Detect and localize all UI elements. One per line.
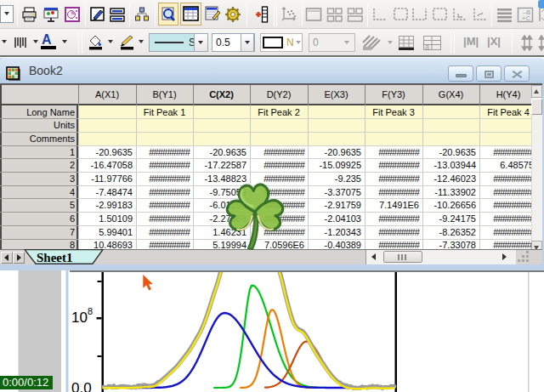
svg-text:a: a	[425, 43, 429, 51]
svg-text:8: 8	[88, 306, 93, 316]
svg-text:0.0: 0.0	[71, 380, 92, 392]
svg-text:+C: +C	[522, 14, 530, 22]
svg-text:10: 10	[71, 310, 88, 326]
